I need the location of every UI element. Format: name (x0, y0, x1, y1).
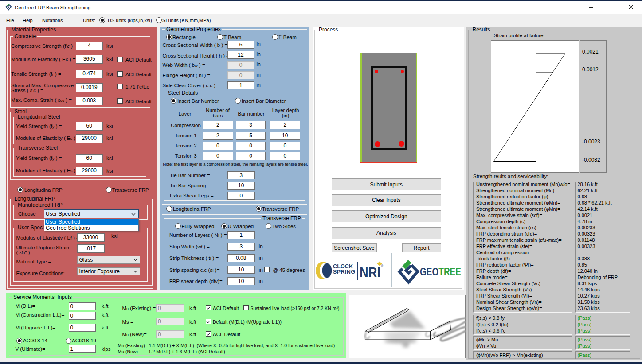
svg-text:®: ® (381, 264, 384, 267)
svg-text:SPRING: SPRING (333, 269, 355, 275)
svg-text:NRI: NRI (360, 265, 380, 280)
svg-text:GEOTREE: GEOTREE (420, 266, 461, 278)
